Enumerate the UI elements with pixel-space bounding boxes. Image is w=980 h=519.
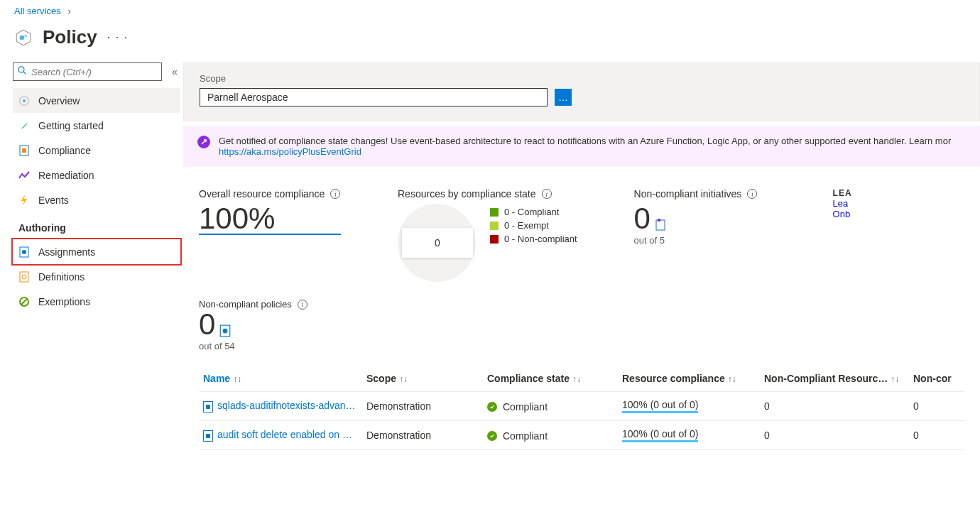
nci-label: Non-compliant initiatives [634, 188, 742, 200]
cell-noncomp-res: 0 [760, 421, 909, 450]
nav-compliance[interactable]: Compliance [13, 138, 180, 163]
overall-label: Overall resource compliance [199, 188, 325, 200]
donut-center-value: 0 [402, 228, 473, 258]
table-row[interactable]: sqlads-auditifnotexists-advan…Demonstrat… [199, 392, 964, 421]
svg-rect-8 [22, 148, 26, 153]
cell-resource: 100% (0 out of 0) [618, 392, 760, 421]
nav-exemptions-label: Exemptions [38, 296, 90, 307]
learn-link-2[interactable]: Onb [833, 209, 851, 219]
info-icon[interactable]: i [330, 189, 340, 199]
nav-exemptions[interactable]: Exemptions [13, 289, 180, 314]
sort-icon[interactable]: ↑↓ [233, 374, 241, 384]
col-scope[interactable]: Scope↑↓ [362, 366, 483, 392]
banner-link[interactable]: https://aka.ms/policyPlusEventGrid [219, 146, 361, 157]
svg-line-14 [21, 299, 27, 305]
main-content: Scope Parnell Aerospace … Get notified o… [183, 62, 980, 457]
breadcrumb: All services › [0, 0, 980, 22]
compliance-donut: 0 [398, 204, 476, 282]
nav-getting-started[interactable]: Getting started [13, 113, 180, 138]
col-state[interactable]: Compliance state↑↓ [483, 366, 618, 392]
row-name-link[interactable]: sqlads-auditifnotexists-advan… [217, 400, 356, 411]
nav-events[interactable]: Events [13, 187, 180, 212]
legend-text: 0 - Compliant [504, 207, 559, 217]
row-name-link[interactable]: audit soft delete enabled on … [217, 429, 352, 440]
legend-compliant: 0 - Compliant [490, 207, 577, 217]
swatch-red [490, 235, 499, 244]
sidebar-search[interactable] [13, 62, 162, 81]
by-state-label: Resources by compliance state [398, 188, 536, 200]
table-row[interactable]: audit soft delete enabled on …Demonstrat… [199, 421, 964, 450]
compliant-icon [487, 402, 497, 412]
sort-icon[interactable]: ↑↓ [728, 374, 736, 384]
compliance-legend: 0 - Compliant 0 - Exempt 0 - Non-complia… [490, 204, 577, 247]
nav-events-label: Events [38, 195, 69, 206]
assignments-highlight: Assignments [11, 238, 182, 266]
rocket-icon [18, 120, 30, 131]
col-noncomp-res-label: Non-Compliant Resourc… [764, 373, 888, 384]
scope-bar: Scope Parnell Aerospace … [183, 62, 980, 121]
legend-exempt: 0 - Exempt [490, 220, 577, 231]
nav-overview-label: Overview [38, 95, 80, 106]
info-icon[interactable]: i [542, 189, 552, 199]
col-name[interactable]: Name↑↓ [199, 366, 362, 392]
policy-doc-icon [203, 430, 213, 442]
results-table: Name↑↓ Scope↑↓ Compliance state↑↓ Resour… [183, 359, 980, 457]
noncompliant-policies-metric: Non-compliant policies i 0 out of 54 [183, 289, 980, 359]
notification-icon [197, 136, 210, 148]
scope-picker-button[interactable]: … [555, 89, 572, 106]
info-icon[interactable]: i [747, 189, 757, 199]
exemptions-icon [18, 296, 30, 307]
search-icon [18, 66, 27, 77]
cell-name: audit soft delete enabled on … [199, 421, 362, 450]
compliant-icon [487, 431, 497, 441]
nci-sub: out of 5 [634, 235, 776, 246]
cell-scope: Demonstration [362, 392, 483, 421]
scope-input[interactable]: Parnell Aerospace [200, 88, 548, 106]
ncp-value: 0 [199, 310, 215, 339]
col-name-link[interactable]: Name [203, 373, 230, 384]
nav-definitions-label: Definitions [38, 271, 85, 283]
swatch-yellow [490, 222, 499, 230]
col-noncomp-res[interactable]: Non-Compliant Resourc…↑↓ [760, 366, 909, 392]
svg-point-10 [22, 250, 26, 254]
nav-assignments[interactable]: Assignments [13, 239, 180, 264]
cell-resource: 100% (0 out of 0) [618, 421, 760, 450]
cell-noncomp-res: 0 [760, 392, 909, 421]
nav-remediation[interactable]: Remediation [13, 163, 180, 187]
nav-overview[interactable]: Overview [13, 88, 180, 113]
legend-text: 0 - Exempt [504, 220, 549, 231]
policy-icon [219, 324, 231, 339]
chevron-right-icon: › [67, 6, 70, 16]
sort-icon[interactable]: ↑↓ [891, 374, 899, 384]
svg-point-1 [20, 35, 24, 40]
legend-noncompliant: 0 - Non-compliant [490, 234, 577, 244]
sort-icon[interactable]: ↑↓ [399, 374, 408, 384]
policy-doc-icon [203, 401, 213, 413]
svg-point-2 [24, 34, 27, 37]
svg-point-6 [23, 99, 26, 102]
collapse-sidebar-button[interactable]: « [169, 66, 180, 77]
svg-rect-11 [20, 272, 28, 282]
overview-icon [18, 95, 30, 106]
cell-scope: Demonstration [362, 421, 483, 450]
legend-text: 0 - Non-compliant [504, 234, 577, 244]
col-noncomp[interactable]: Non-cor [909, 366, 964, 392]
learn-column: LEA Lea Onb [833, 188, 876, 282]
page-title: Policy [43, 26, 97, 48]
banner-body: Get notified of compliance state changes… [219, 136, 951, 157]
learn-link-1[interactable]: Lea [833, 198, 849, 209]
nav-definitions[interactable]: Definitions [13, 264, 180, 289]
sort-icon[interactable]: ↑↓ [572, 374, 581, 384]
more-actions-button[interactable]: · · · [107, 30, 129, 45]
info-icon[interactable]: i [298, 300, 307, 310]
col-resource-label: Resource compliance [622, 373, 725, 384]
breadcrumb-all-services[interactable]: All services [14, 6, 61, 16]
cell-state: Compliant [483, 421, 618, 450]
page-header: Policy · · · [0, 22, 980, 62]
svg-point-17 [223, 329, 228, 334]
col-resource[interactable]: Resource compliance↑↓ [618, 366, 760, 392]
table-header-row: Name↑↓ Scope↑↓ Compliance state↑↓ Resour… [199, 366, 964, 392]
search-input[interactable] [31, 67, 157, 77]
cell-noncomp: 0 [909, 392, 964, 421]
nav-assignments-label: Assignments [38, 246, 95, 258]
